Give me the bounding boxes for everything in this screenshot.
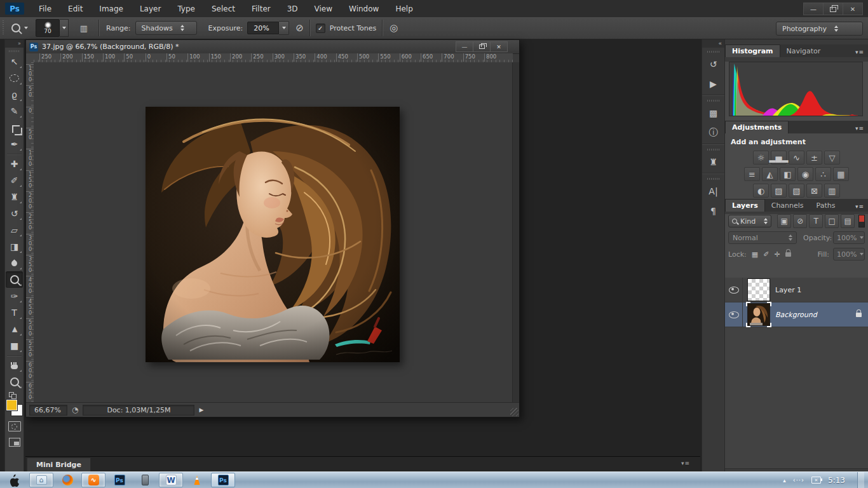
minimize-button[interactable]: — (803, 3, 824, 15)
tool-history-brush[interactable]: ↺ (6, 205, 23, 222)
restore-button[interactable] (824, 3, 843, 15)
show-hidden-icons[interactable]: ▴ (783, 477, 786, 484)
adjustment-icon[interactable]: ≡ (744, 167, 760, 181)
clock[interactable]: 5:13 (828, 476, 845, 485)
start-button[interactable] (1, 473, 27, 487)
canvas-area[interactable] (34, 62, 513, 403)
adjustment-icon[interactable]: ⊠ (806, 184, 822, 198)
blend-mode-select[interactable]: Normal (728, 231, 797, 244)
paragraph-panel-button[interactable]: ¶ (702, 201, 724, 220)
adjustment-icon[interactable]: ∴ (815, 167, 831, 181)
opacity-field[interactable]: 100% (833, 231, 865, 244)
tool-preset-picker[interactable] (9, 24, 31, 32)
panel-menu-icon[interactable]: ▾≡ (855, 125, 868, 133)
menu-item[interactable]: Help (387, 1, 421, 17)
close-button[interactable]: ✕ (843, 3, 863, 15)
tool-clone-stamp[interactable]: ♜ (6, 189, 23, 205)
network-icon[interactable]: ‹··› (793, 477, 804, 484)
tab-paths[interactable]: Paths (810, 200, 842, 212)
adjustment-icon[interactable]: ▧ (789, 184, 804, 198)
adjustment-icon[interactable]: ▂▅▂ (771, 151, 787, 165)
doc-minimize-button[interactable]: — (456, 41, 473, 52)
layer-filter-icon[interactable]: ⊘ (793, 214, 807, 228)
tool-paint-bucket[interactable]: ◨ (6, 238, 23, 255)
tool-spot-healing[interactable]: ✚ (6, 156, 23, 172)
dock-grip[interactable] (707, 51, 720, 53)
tool-brush[interactable]: ✐ (6, 172, 23, 189)
adjustment-icon[interactable]: ∿ (789, 151, 804, 165)
lock-icon[interactable]: ✛ (774, 250, 780, 259)
adjustment-icon[interactable]: ▦ (833, 167, 849, 181)
toolbar-grip[interactable] (9, 50, 20, 52)
adjustment-icon[interactable]: ☼ (753, 151, 769, 165)
taskbar-item-explorer[interactable]: ⌂ (29, 473, 53, 487)
tool-zoom[interactable] (6, 374, 23, 390)
menu-item[interactable]: Window (341, 1, 387, 17)
power-icon[interactable]: ✕ (811, 477, 821, 484)
zoom-level-field[interactable]: 66,67% (29, 405, 67, 416)
adjustment-icon[interactable]: ▨ (771, 184, 787, 198)
properties-panel-button[interactable]: ▩ (702, 103, 724, 123)
layer-row-layer1[interactable]: Layer 1 (725, 278, 868, 302)
screen-mode-button[interactable] (9, 438, 20, 447)
toolbar-collapse-button[interactable]: » (5, 40, 24, 48)
tool-eraser[interactable]: ▱ (6, 222, 23, 238)
menu-item[interactable]: Type (169, 1, 203, 17)
menu-item[interactable]: Select (203, 1, 243, 17)
info-panel-button[interactable]: ⓘ (702, 123, 724, 142)
resize-grip[interactable] (510, 408, 519, 416)
taskbar-item-word[interactable]: W (159, 473, 183, 487)
panel-menu-icon[interactable]: ▾≡ (855, 49, 868, 57)
tool-crop[interactable] (6, 119, 23, 136)
protect-tones-checkbox[interactable]: ✓ (316, 24, 325, 33)
panel-menu-icon[interactable]: ▾≡ (681, 460, 690, 466)
brush-picker-arrow[interactable] (60, 19, 69, 37)
menu-item[interactable]: Filter (243, 1, 279, 17)
panel-menu-icon[interactable]: ▾≡ (855, 203, 868, 212)
mini-bridge-tab[interactable]: Mini Bridge (27, 458, 91, 471)
tool-marquee[interactable] (6, 70, 23, 86)
taskbar-item-firefox[interactable] (56, 473, 79, 487)
taskbar-item-phone[interactable] (133, 473, 156, 487)
visibility-toggle[interactable] (725, 278, 743, 302)
visibility-toggle[interactable] (725, 302, 743, 327)
layer-name[interactable]: Layer 1 (775, 286, 801, 294)
taskbar-item-photoshop-active[interactable]: Ps (211, 473, 235, 487)
tool-path-selection[interactable]: ▶ (6, 321, 23, 337)
tablet-pressure-icon[interactable]: ◎ (390, 22, 398, 34)
scrollbar-track[interactable] (512, 62, 519, 403)
foreground-color-swatch[interactable] (6, 400, 17, 410)
exposure-field[interactable]: 20% (247, 21, 289, 35)
dock-grip[interactable] (707, 100, 720, 102)
character-panel-button[interactable]: A| (702, 181, 724, 201)
swap-colors-icon[interactable] (8, 391, 22, 398)
menu-item[interactable]: File (31, 1, 60, 17)
tool-dodge-selected[interactable] (6, 271, 23, 288)
menu-item[interactable]: Edit (60, 1, 91, 17)
dock-grip[interactable] (707, 178, 720, 180)
exposure-dropdown[interactable] (279, 21, 289, 35)
layer-thumbnail[interactable] (747, 303, 770, 326)
adjustment-icon[interactable]: ◭ (762, 167, 778, 181)
clone-source-panel-button[interactable]: ♜ (702, 152, 724, 172)
tool-eyedropper[interactable]: ✒ (6, 136, 23, 152)
brush-preset-picker[interactable]: 70 (31, 19, 69, 37)
layer-filter-icon[interactable]: T (809, 214, 823, 228)
layer-filter-icon[interactable]: ▤ (841, 214, 855, 228)
adjustment-icon[interactable]: ◧ (780, 167, 796, 181)
document-title-bar[interactable]: Ps 37.jpg @ 66,7% (Background, RGB/8) * … (26, 40, 519, 54)
dock-grip[interactable] (707, 149, 720, 151)
tool-pen[interactable]: ✑ (6, 288, 23, 304)
tool-hand[interactable] (6, 357, 23, 374)
tool-blur[interactable] (6, 255, 23, 271)
layer-filter-icon[interactable]: ▣ (777, 214, 791, 228)
status-options-arrow-icon[interactable]: ▶ (199, 407, 203, 413)
tab-channels[interactable]: Channels (765, 200, 810, 212)
workspace-select[interactable]: Photography (776, 22, 863, 36)
menu-item[interactable]: 3D (279, 1, 306, 17)
adjustment-icon[interactable]: ▥ (824, 184, 840, 198)
show-desktop-button[interactable] (857, 472, 864, 488)
tool-quick-selection[interactable]: ✎ (6, 103, 23, 119)
adjustment-icon[interactable]: ◐ (753, 184, 769, 198)
adjustment-icon[interactable]: ◉ (797, 167, 813, 181)
